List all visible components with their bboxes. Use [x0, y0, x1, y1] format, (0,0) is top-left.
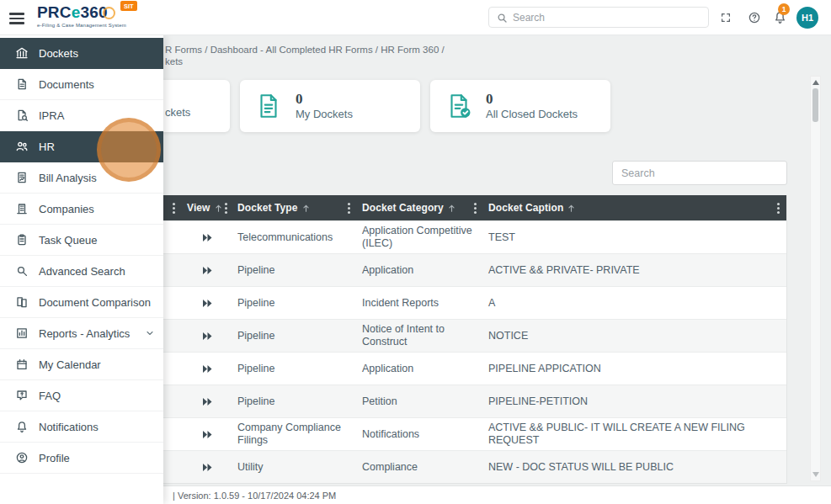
sidebar-item-companies[interactable]: Companies	[0, 194, 163, 225]
app-tagline: e-Filing & Case Management System	[37, 23, 126, 28]
sidebar-item-document-comparison[interactable]: Document Comparison	[0, 287, 163, 318]
table-row[interactable]: Pipeline Petition PIPELINE-PETITION	[98, 385, 786, 417]
document-search-icon	[15, 109, 29, 122]
sidebar-item-notifications[interactable]: Notifications	[0, 411, 163, 443]
bill-icon	[15, 171, 29, 184]
view-docket-button[interactable]	[202, 266, 213, 275]
sidebar-item-advanced-search[interactable]: Advanced Search	[0, 256, 163, 287]
docket-type-cell: Pipeline	[232, 297, 357, 310]
column-title: Docket Caption	[488, 202, 563, 214]
table-body: Telecommunications Application Competiti…	[98, 220, 786, 483]
dockets-table: View Docket Type Docket Category Docket …	[97, 195, 787, 484]
global-search	[488, 7, 709, 28]
column-menu-icon[interactable]	[775, 204, 781, 213]
column-menu-icon[interactable]	[223, 204, 229, 213]
stat-count: 0	[296, 92, 353, 107]
fullscreen-icon	[720, 12, 732, 24]
scrollbar-thumb[interactable]	[812, 88, 818, 122]
docket-category-cell: Application	[357, 264, 483, 277]
sort-ascending-icon[interactable]	[301, 204, 311, 213]
building-icon	[15, 202, 29, 215]
sidebar-item-profile[interactable]: Profile	[0, 443, 163, 474]
column-title: Docket Category	[362, 202, 444, 214]
docket-caption-cell: A	[483, 297, 786, 310]
app-logo[interactable]: PRCe360 e-Filing & Case Management Syste…	[37, 4, 126, 28]
sidebar-item-label: Documents	[39, 78, 94, 91]
table-row[interactable]: Company Compliance Filings Notifications…	[98, 417, 786, 450]
sidebar: Dockets Documents IPRA HR Bill Analysis …	[0, 35, 163, 504]
view-docket-button[interactable]	[202, 364, 213, 374]
view-cell	[182, 430, 232, 439]
stat-card-label: ckets	[165, 106, 190, 119]
user-avatar[interactable]: H1	[796, 7, 818, 29]
help-button[interactable]	[748, 11, 761, 28]
version-text: | Version: 1.0.59 - 10/17/2024 04:24 PM	[173, 491, 336, 501]
scroll-up-arrow[interactable]	[812, 80, 819, 85]
sidebar-item-dockets[interactable]: Dockets	[0, 38, 163, 69]
sidebar-item-ipra[interactable]: IPRA	[0, 100, 163, 131]
logo-ring-decoration	[103, 7, 115, 19]
view-docket-button[interactable]	[202, 397, 213, 406]
file-icon	[254, 92, 283, 120]
stat-card-label: My Dockets	[296, 108, 353, 120]
table-header-docket-type[interactable]: Docket Type	[232, 195, 357, 220]
table-row[interactable]: Pipeline Incident Reports A	[98, 286, 786, 319]
table-header-docket-caption[interactable]: Docket Caption	[483, 195, 786, 220]
sidebar-item-task-queue[interactable]: Task Queue	[0, 225, 163, 256]
column-menu-icon[interactable]	[472, 204, 478, 213]
people-icon	[15, 140, 29, 153]
view-cell	[182, 332, 232, 341]
docket-caption-cell: TEST	[483, 231, 786, 244]
docket-type-cell: Company Compliance Filings	[232, 422, 357, 447]
chart-icon	[15, 326, 29, 340]
stat-card-my-dockets[interactable]: 0 My Dockets	[240, 80, 420, 132]
view-docket-button[interactable]	[202, 430, 213, 439]
sidebar-item-bill-analysis[interactable]: Bill Analysis	[0, 162, 163, 194]
sidebar-item-label: IPRA	[39, 109, 64, 122]
sidebar-item-hr[interactable]: HR	[0, 131, 163, 162]
view-cell	[182, 299, 232, 308]
sort-ascending-icon[interactable]	[567, 204, 576, 213]
breadcrumb[interactable]: R Forms / Dashboard - All Completed HR F…	[165, 44, 445, 68]
sidebar-item-label: Bill Analysis	[39, 172, 97, 184]
table-row[interactable]: Utility Compliance NEW - DOC STATUS WILL…	[98, 450, 786, 483]
table-header-view[interactable]: View	[182, 195, 232, 220]
view-docket-button[interactable]	[202, 332, 213, 341]
table-header-docket-category[interactable]: Docket Category	[357, 195, 483, 220]
bell-icon	[15, 420, 29, 433]
table-search-input[interactable]	[613, 162, 786, 184]
docket-caption-cell: PIPELINE APPICATION	[483, 363, 786, 375]
view-cell	[182, 266, 232, 275]
view-docket-button[interactable]	[202, 233, 213, 242]
fullscreen-button[interactable]	[720, 12, 732, 27]
docket-caption-cell: ACTIVE && PUBLIC- IT WILL CREATE A NEW F…	[483, 422, 786, 447]
column-menu-icon[interactable]	[346, 204, 352, 213]
table-header-row: View Docket Type Docket Category Docket …	[98, 195, 786, 220]
breadcrumb-line-2[interactable]: kets	[165, 56, 445, 67]
sort-ascending-icon[interactable]	[214, 204, 223, 213]
docket-category-cell: Notice of Intent to Construct	[357, 323, 483, 348]
sidebar-item-label: Advanced Search	[39, 265, 125, 278]
table-row[interactable]: Pipeline Application PIPELINE APPICATION	[98, 352, 786, 385]
table-row[interactable]: Pipeline Notice of Intent to Construct N…	[98, 319, 786, 352]
stat-card-all-closed-dockets[interactable]: 0 All Closed Dockets	[430, 80, 610, 132]
sidebar-item-my-calendar[interactable]: My Calendar	[0, 349, 163, 380]
global-search-input[interactable]	[489, 8, 708, 27]
vertical-scrollbar[interactable]	[810, 76, 821, 481]
table-row[interactable]: Pipeline Application ACTIVE && PRIVATE- …	[98, 253, 786, 286]
sort-ascending-icon[interactable]	[447, 204, 456, 213]
table-row[interactable]: Telecommunications Application Competiti…	[98, 220, 786, 253]
view-docket-button[interactable]	[202, 463, 213, 472]
sidebar-item-reports-analytics[interactable]: Reports - Analytics	[0, 318, 163, 349]
docket-caption-cell: ACTIVE && PRIVATE- PRIVATE	[483, 264, 786, 277]
sidebar-item-documents[interactable]: Documents	[0, 69, 163, 100]
view-cell	[182, 364, 232, 374]
view-cell	[182, 397, 232, 406]
scroll-down-arrow[interactable]	[812, 472, 819, 477]
column-menu-icon[interactable]	[171, 204, 177, 213]
breadcrumb-line-1[interactable]: R Forms / Dashboard - All Completed HR F…	[165, 44, 445, 56]
view-cell	[182, 463, 232, 472]
sidebar-item-faq[interactable]: FAQ	[0, 380, 163, 411]
view-docket-button[interactable]	[202, 299, 213, 308]
hamburger-menu-button[interactable]	[9, 10, 26, 25]
